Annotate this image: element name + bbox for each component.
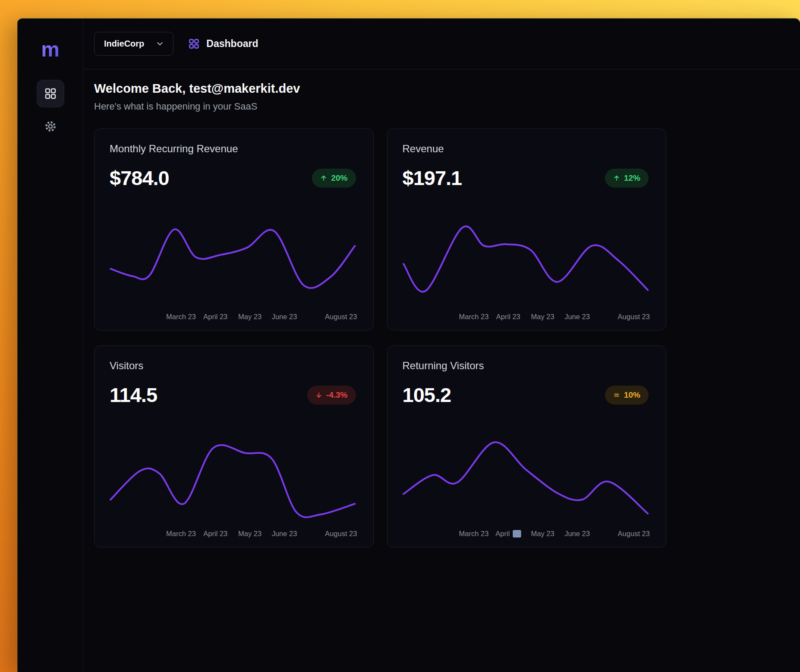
trend-label: 20% — [331, 173, 347, 183]
x-axis-label: May 23 — [531, 530, 554, 538]
card-title: Returning Visitors — [403, 360, 649, 372]
x-axis: March 23April 23May 23June 23August 23 — [403, 313, 649, 323]
grid-icon — [44, 87, 57, 100]
x-axis-label: August 23 — [325, 530, 357, 538]
arrow-down-icon — [315, 392, 322, 399]
metric-card-mrr: Monthly Recurring Revenue $784.0 20% — [94, 129, 374, 330]
x-axis-label: August 23 — [618, 313, 650, 321]
page-title: Dashboard — [206, 38, 258, 50]
x-axis-label: June 23 — [272, 530, 297, 538]
app-logo[interactable]: m — [41, 39, 60, 60]
sidebar: m — [18, 19, 83, 672]
x-axis-label: June 23 — [564, 530, 590, 538]
metric-card-visitors: Visitors 114.5 -4.3% March 23Apri — [94, 345, 374, 547]
value-row: 114.5 -4.3% — [110, 383, 356, 407]
sidebar-nav — [37, 80, 64, 138]
x-axis-label: May 23 — [238, 530, 261, 538]
line-chart-svg — [403, 434, 649, 525]
x-axis-label: March 23 — [166, 313, 196, 321]
cards-grid: Monthly Recurring Revenue $784.0 20% — [94, 129, 666, 547]
x-axis-label: March 23 — [459, 530, 489, 538]
app-window: m — [17, 18, 800, 672]
sidebar-item-settings[interactable] — [37, 114, 64, 138]
main-area: IndieCorp Dashboard — [83, 19, 800, 672]
trend-badge: 12% — [605, 169, 649, 188]
line-chart-visitors: March 23April 23May 23June 23August 23 — [110, 434, 356, 540]
dashboard-content: Welcome Back, test@makerkit.dev Here's w… — [83, 69, 800, 547]
line-chart-svg — [110, 434, 356, 525]
metric-value: $197.1 — [403, 166, 462, 190]
gear-icon — [44, 119, 57, 133]
welcome-subtitle: Here's what is happening in your SaaS — [94, 101, 800, 112]
value-row: 105.2 10% — [403, 383, 649, 407]
org-selector-button[interactable]: IndieCorp — [94, 32, 173, 56]
top-bar: IndieCorp Dashboard — [83, 19, 800, 69]
line-chart-returning-visitors: March 23AprilMay 23June 23August 23 — [403, 434, 649, 540]
chevron-down-icon — [156, 40, 164, 47]
dashboard-grid-icon — [188, 38, 200, 50]
value-row: $784.0 20% — [110, 166, 356, 190]
x-axis-label: May 23 — [238, 313, 261, 321]
trend-label: -4.3% — [326, 390, 348, 400]
trend-badge: 10% — [605, 386, 649, 405]
metric-card-revenue: Revenue $197.1 12% March 23April — [387, 129, 667, 330]
metric-value: $784.0 — [110, 166, 169, 190]
metric-value: 114.5 — [110, 383, 157, 407]
line-chart-svg — [110, 217, 356, 308]
value-row: $197.1 12% — [403, 166, 649, 190]
arrow-up-icon — [320, 175, 327, 182]
line-chart-revenue: March 23April 23May 23June 23August 23 — [403, 217, 649, 323]
line-chart-svg — [403, 217, 649, 308]
card-title: Visitors — [110, 360, 356, 372]
trend-label: 10% — [624, 390, 640, 400]
x-axis-label: April 23 — [203, 530, 227, 538]
x-axis-label: June 23 — [564, 313, 590, 321]
sidebar-item-dashboard[interactable] — [37, 80, 64, 107]
x-axis: March 23AprilMay 23June 23August 23 — [403, 530, 649, 540]
selection-highlight — [513, 530, 521, 537]
trend-badge: -4.3% — [307, 386, 356, 405]
line-chart-mrr: March 23April 23May 23June 23August 23 — [110, 217, 356, 323]
trend-label: 12% — [624, 173, 640, 183]
x-axis-label: April 23 — [203, 313, 227, 321]
arrow-up-icon — [613, 175, 620, 182]
metric-value: 105.2 — [403, 383, 451, 407]
x-axis-label: March 23 — [166, 530, 196, 538]
x-axis-label: June 23 — [272, 313, 297, 321]
org-name: IndieCorp — [104, 39, 144, 49]
welcome-heading: Welcome Back, test@makerkit.dev — [94, 82, 800, 96]
x-axis: March 23April 23May 23June 23August 23 — [110, 530, 356, 540]
card-title: Monthly Recurring Revenue — [110, 143, 356, 155]
trend-badge: 20% — [312, 169, 356, 188]
x-axis-label: August 23 — [618, 530, 650, 538]
x-axis-label: March 23 — [459, 313, 489, 321]
x-axis-label: April — [495, 530, 521, 538]
x-axis-label: May 23 — [531, 313, 554, 321]
metric-card-returning-visitors: Returning Visitors 105.2 10% Marc — [387, 345, 667, 547]
x-axis-label: April 23 — [496, 313, 520, 321]
card-title: Revenue — [403, 143, 649, 155]
breadcrumb: Dashboard — [188, 38, 258, 50]
x-axis: March 23April 23May 23June 23August 23 — [110, 313, 356, 323]
equals-icon — [613, 392, 620, 399]
x-axis-label: August 23 — [325, 313, 357, 321]
